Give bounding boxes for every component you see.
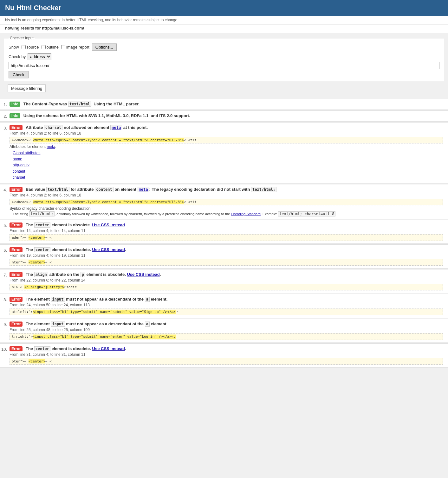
row-content-6: Error The center element is obsolete. Us… [10,247,446,266]
badge-error-8: Error [10,297,23,302]
row-number-5: 5. [0,222,10,228]
row-content-9: Error The element input must not appear … [10,322,446,340]
badge-error-10: Error [10,346,23,351]
result-row-5: 5. Error The center element is obsolete.… [0,220,448,244]
row-number-9: 9. [0,322,10,327]
showing-results: howing results for http://mail.isc-ls.co… [0,24,448,33]
outline-checkbox[interactable] [42,45,46,49]
page-title: Nu Html Checker [5,4,61,12]
badge-info-1: Info [10,102,20,107]
badge-error-4: Error [10,187,23,192]
row-content-10: Error The center element is obsolete. Us… [10,346,446,365]
badge-info-2: Info [10,113,20,118]
row-content-4: Error Bad value text/html for attribute … [10,187,446,216]
row-number-6: 6. [0,247,10,253]
row-content-5: Error The center element is obsolete. Us… [10,222,446,241]
message-filtering-button[interactable]: Message filtering [8,84,46,92]
from-line-10: From line 31, column 4; to line 31, colu… [10,352,443,357]
from-line-3: From line 4, column 2; to line 6, column… [10,131,443,136]
attrs-label-3: Attributes for element meta: [10,144,443,149]
row-content-8: Error The element input must not appear … [10,297,446,315]
result-row-9: 9. Error The element input must not appe… [0,319,448,343]
result-row-3: 3. Error Attribute charset not allowed o… [0,122,448,183]
attr-global[interactable]: Global attributes [13,150,443,156]
checkby-row: Check by address [9,53,439,60]
badge-error-3: Error [10,125,23,130]
attr-name[interactable]: name [13,156,443,162]
row-content-7: Error The align attribute on the p eleme… [10,272,446,290]
code-block-10: oter">↩ <center>↩ < [10,358,443,365]
row-content-1: Info The Content-Type was text/html. Usi… [10,102,446,107]
subtitle-text: his tool is an ongoing experiment in bet… [0,16,448,24]
checker-input-section: Checker Input Show source outline image … [4,36,444,82]
results-area: 1. Info The Content-Type was text/html. … [0,97,448,369]
badge-error-5: Error [10,222,23,228]
result-row-7: 7. Error The align attribute on the p el… [0,269,448,293]
attr-charset[interactable]: charset [13,175,443,181]
syntax-label-4: Syntax of legacy character encoding decl… [10,206,443,211]
row-number-3: 3. [0,125,10,130]
from-line-9: From line 25, column 48; to line 25, col… [10,328,443,332]
show-label: Show [9,45,19,50]
code-block-4: >↩<head>↩ <meta http-equiv="Content-Type… [10,199,443,205]
code-block-9: t:right;"><input class="b1" type="submit… [10,333,443,340]
attr-http-equiv[interactable]: http-equiv [13,162,443,168]
from-line-6: From line 19, column 4; to line 19, colu… [10,253,443,258]
from-line-7: From line 22, column 6; to line 22, colu… [10,278,443,282]
row-number-7: 7. [0,272,10,277]
result-row-4: 4. Error Bad value text/html for attribu… [0,184,448,219]
badge-error-9: Error [10,322,23,327]
code-block-6: nter">↩ <center>↩ < [10,259,443,266]
code-block-7: h1> ↩ <p align="justify">Fsocie [10,284,443,290]
row-content-2: Info Using the schema for HTML with SVG … [10,113,446,118]
checkby-label: Check by [9,54,26,59]
checker-input-legend: Checker Input [9,36,35,40]
result-row-1: 1. Info The Content-Type was text/html. … [0,99,448,110]
row-content-3: Error Attribute charset not allowed on e… [10,125,446,181]
options-button[interactable]: Options... [92,43,117,51]
badge-error-6: Error [10,247,23,252]
code-block-5: ader">↩ <center>↩ < [10,234,443,241]
row-number-2: 2. [0,113,10,119]
from-line-5: From line 14, column 4; to line 14, colu… [10,229,443,233]
result-row-10: 10. Error The center element is obsolete… [0,343,448,368]
url-input[interactable] [9,62,439,69]
from-line-4: From line 4, column 2; to line 6, column… [10,193,443,197]
row-number-1: 1. [0,102,10,107]
badge-error-7: Error [10,272,23,277]
source-checkbox[interactable] [22,45,26,49]
row-number-8: 8. [0,297,10,302]
from-line-8: From line 24, column 50; to line 24, col… [10,303,443,307]
row-number-10: 10. [0,346,10,352]
image-report-checkbox-label[interactable]: image report [61,45,89,50]
checkby-select[interactable]: address [28,53,51,60]
row-number-4: 4. [0,187,10,192]
show-row: Show source outline image report Options… [9,43,439,51]
syntax-detail-4: The string text/html;, optionally follow… [13,212,443,216]
code-block-3: >↩<head>↩ <meta http-equiv="Content-Type… [10,137,443,143]
code-block-8: at:left;"><input class="b1" type="submit… [10,309,443,315]
result-row-2: 2. Info Using the schema for HTML with S… [0,110,448,122]
image-report-checkbox[interactable] [61,45,65,49]
attr-content[interactable]: content [13,169,443,175]
page-header: Nu Html Checker [0,0,448,16]
attr-list-3: Global attributes name http-equiv conten… [13,150,443,181]
result-row-8: 8. Error The element input must not appe… [0,294,448,318]
result-row-6: 6. Error The center element is obsolete.… [0,244,448,269]
check-button[interactable]: Check [9,71,29,78]
outline-checkbox-label[interactable]: outline [42,45,59,50]
source-checkbox-label[interactable]: source [22,45,39,50]
